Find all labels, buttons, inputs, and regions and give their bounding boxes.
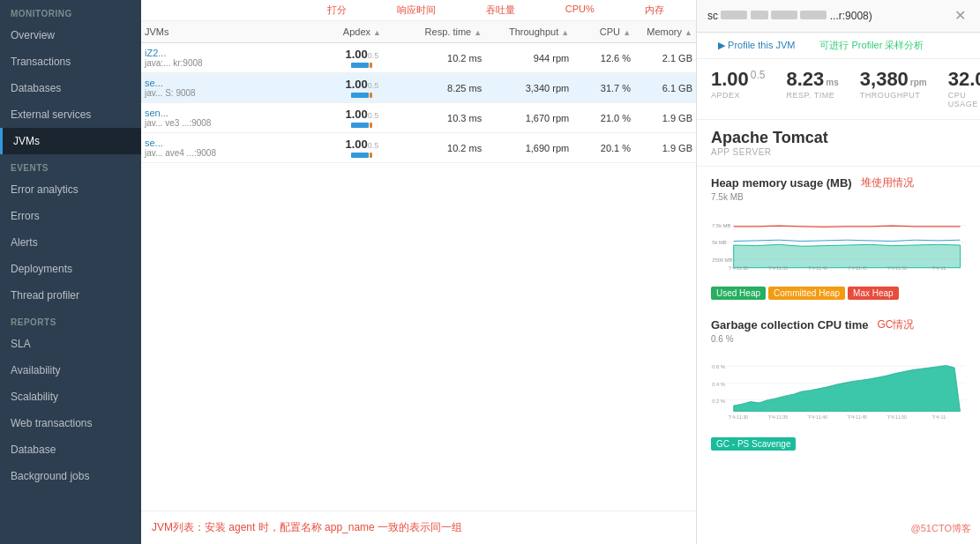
jvm-header-bar: sc ...r:9008) ✕ bbox=[697, 0, 980, 33]
throughput-cell: 3,340 rpm bbox=[485, 73, 572, 103]
svg-text:下午11:50: 下午11:50 bbox=[886, 414, 907, 420]
apdex-value: 1.000.5 bbox=[711, 70, 766, 89]
throughput-cell: 1,670 rpm bbox=[485, 103, 572, 133]
table-row[interactable]: se... jav... S: 9008 1.000.5 8.25 ms 3,3… bbox=[141, 73, 696, 103]
profile-hint: 可进行 Profiler 采样分析 bbox=[819, 39, 924, 52]
sidebar-item-overview[interactable]: Overview bbox=[0, 22, 141, 48]
throughput-cell: 1,690 rpm bbox=[485, 133, 572, 163]
svg-text:下午11:45: 下午11:45 bbox=[847, 414, 867, 420]
resp-cell: 10.3 ms bbox=[403, 103, 485, 133]
apdex-cell: 1.000.5 bbox=[321, 103, 403, 133]
app-server-label: APP SERVER bbox=[711, 147, 966, 157]
sidebar-item-thread-profiler[interactable]: Thread profiler bbox=[0, 282, 141, 309]
svg-marker-19 bbox=[734, 365, 961, 411]
table-row[interactable]: se... jav... ave4 ...:9008 1.000.5 10.2 … bbox=[141, 133, 696, 163]
blur1 bbox=[721, 11, 747, 19]
blur3 bbox=[771, 11, 797, 19]
jvm-header-name: sc ...r:9008) bbox=[707, 10, 872, 22]
cpu-cell: 21.0 % bbox=[572, 103, 634, 133]
col-throughput[interactable]: Throughput ▲ bbox=[485, 21, 572, 43]
cpu-value: 32.0% bbox=[948, 70, 980, 89]
sidebar-item-background-jobs[interactable]: Background jobs bbox=[0, 463, 141, 489]
svg-text:下午11:: 下午11: bbox=[931, 414, 946, 420]
col-hint-throughput: 吞吐量 bbox=[486, 4, 515, 17]
col-hint-resp: 响应时间 bbox=[397, 4, 436, 17]
apdex-cell: 1.000.5 bbox=[321, 73, 403, 103]
reports-section-label: REPORTS bbox=[0, 309, 141, 331]
gc-chart-title-cn: GC情况 bbox=[877, 317, 914, 332]
detail-panel: sc ...r:9008) ✕ ▶ Profile this JVM 可进行 P… bbox=[697, 0, 980, 544]
gc-chart-title: Garbage collection CPU time GC情况 bbox=[711, 317, 966, 332]
sidebar-item-sla[interactable]: SLA bbox=[0, 331, 141, 357]
resp-cell: 10.2 ms bbox=[403, 133, 485, 163]
sidebar-item-errors[interactable]: Errors bbox=[0, 203, 141, 229]
svg-text:下午11:50: 下午11:50 bbox=[886, 265, 907, 271]
col-hint-memory: 内存 bbox=[645, 4, 664, 17]
table-row[interactable]: iZ2... java:... kr:9008 1.000.5 10.2 ms … bbox=[141, 43, 696, 73]
svg-text:下午11:40: 下午11:40 bbox=[807, 414, 827, 420]
legend-committed-heap[interactable]: Committed Heap bbox=[768, 287, 845, 300]
blur4 bbox=[800, 11, 827, 19]
sidebar-item-scalability[interactable]: Scalability bbox=[0, 384, 141, 410]
col-memory[interactable]: Memory ▲ bbox=[634, 21, 696, 43]
col-apdex[interactable]: Apdex ▲ bbox=[321, 21, 403, 43]
col-hint-cpu: CPU% bbox=[565, 4, 595, 17]
legend-used-heap[interactable]: Used Heap bbox=[711, 287, 766, 300]
svg-text:5k MB: 5k MB bbox=[712, 240, 726, 245]
jvm-name-cell[interactable]: se... jav... ave4 ...:9008 bbox=[141, 133, 321, 163]
jvm-header-text: sc ...r:9008) bbox=[707, 10, 872, 22]
svg-text:下午11:45: 下午11:45 bbox=[847, 265, 867, 271]
sidebar-item-jvms[interactable]: JVMs bbox=[0, 128, 141, 154]
heap-chart-legend: Used Heap Committed Heap Max Heap bbox=[711, 287, 966, 300]
throughput-cell: 944 rpm bbox=[485, 43, 572, 73]
table-row[interactable]: sen... jav... ve3 ...:9008 1.000.5 10.3 … bbox=[141, 103, 696, 133]
memory-cell: 6.1 GB bbox=[634, 73, 696, 103]
close-button[interactable]: ✕ bbox=[951, 7, 969, 25]
content-wrapper: 打分 响应时间 吞吐量 CPU% 内存 JVMs Apdex ▲ Resp. t… bbox=[141, 0, 980, 544]
stat-resp: 8.23ms RESP. TIME bbox=[787, 70, 839, 108]
throughput-value: 3,380rpm bbox=[860, 70, 927, 89]
apdex-cell: 1.000.5 bbox=[321, 43, 403, 73]
gc-pct-label: 0.6 % bbox=[711, 334, 966, 344]
app-server-info: Apache Tomcat APP SERVER bbox=[697, 120, 980, 167]
heap-chart-title-cn: 堆使用情况 bbox=[861, 175, 914, 190]
sidebar-item-databases[interactable]: Databases bbox=[0, 75, 141, 101]
stat-throughput: 3,380rpm THROUGHPUT bbox=[860, 70, 927, 108]
svg-text:7.5k MB: 7.5k MB bbox=[712, 223, 730, 228]
jvm-hint: JVM列表：安装 agent 时，配置名称 app_name 一致的表示同一组 bbox=[141, 510, 696, 544]
gc-chart-container: 0.6 % 0.4 % 0.2 % 下午11:30 下午11:35 下午11:4… bbox=[711, 347, 966, 436]
profile-link[interactable]: ▶ Profile this JVM bbox=[707, 36, 805, 55]
legend-max-heap[interactable]: Max Heap bbox=[848, 287, 899, 300]
legend-gc-ps[interactable]: GC - PS Scavenge bbox=[711, 437, 796, 451]
sidebar-item-external-services[interactable]: External services bbox=[0, 101, 141, 128]
app-server-name: Apache Tomcat bbox=[711, 129, 966, 147]
sidebar-item-database[interactable]: Database bbox=[0, 436, 141, 463]
sidebar-item-error-analytics[interactable]: Error analytics bbox=[0, 176, 141, 203]
jvm-name-cell[interactable]: iZ2... java:... kr:9008 bbox=[141, 43, 321, 73]
memory-cell: 2.1 GB bbox=[634, 43, 696, 73]
monitoring-section-label: MONITORING bbox=[0, 0, 141, 22]
col-resp[interactable]: Resp. time ▲ bbox=[403, 21, 485, 43]
svg-text:0.2 %: 0.2 % bbox=[712, 399, 725, 404]
heap-chart-svg: 7.5k MB 5k MB 2500 MB 下午11:30 下午11:35 下午… bbox=[711, 205, 966, 285]
heap-chart-container: 7.5k MB 5k MB 2500 MB 下午11:30 下午11:35 下午… bbox=[711, 205, 966, 285]
sidebar-item-deployments[interactable]: Deployments bbox=[0, 256, 141, 282]
cpu-label: CPU USAGE bbox=[948, 91, 980, 108]
jvm-name-cell[interactable]: se... jav... S: 9008 bbox=[141, 73, 321, 103]
throughput-label: THROUGHPUT bbox=[860, 91, 921, 100]
heap-chart-section: Heap memory usage (MB) 堆使用情况 7.5k MB 7.5… bbox=[697, 167, 980, 309]
svg-text:下午11:40: 下午11:40 bbox=[807, 265, 827, 271]
col-cpu[interactable]: CPU ▲ bbox=[572, 21, 634, 43]
resp-label: RESP. TIME bbox=[787, 91, 835, 100]
stat-cpu: 32.0% CPU USAGE bbox=[948, 70, 980, 108]
sidebar-item-transactions[interactable]: Transactions bbox=[0, 48, 141, 75]
svg-text:0.6 %: 0.6 % bbox=[712, 364, 725, 369]
col-hint-apdex: 打分 bbox=[327, 4, 347, 17]
sidebar-item-availability[interactable]: Availability bbox=[0, 357, 141, 384]
sidebar-item-web-transactions[interactable]: Web transactions bbox=[0, 410, 141, 436]
jvm-name-cell[interactable]: sen... jav... ve3 ...:9008 bbox=[141, 103, 321, 133]
sidebar-item-alerts[interactable]: Alerts bbox=[0, 229, 141, 256]
events-section-label: EVENTS bbox=[0, 154, 141, 176]
apdex-cell: 1.000.5 bbox=[321, 133, 403, 163]
jvm-table-scroll: JVMs Apdex ▲ Resp. time ▲ Throughput ▲ C… bbox=[141, 21, 696, 510]
